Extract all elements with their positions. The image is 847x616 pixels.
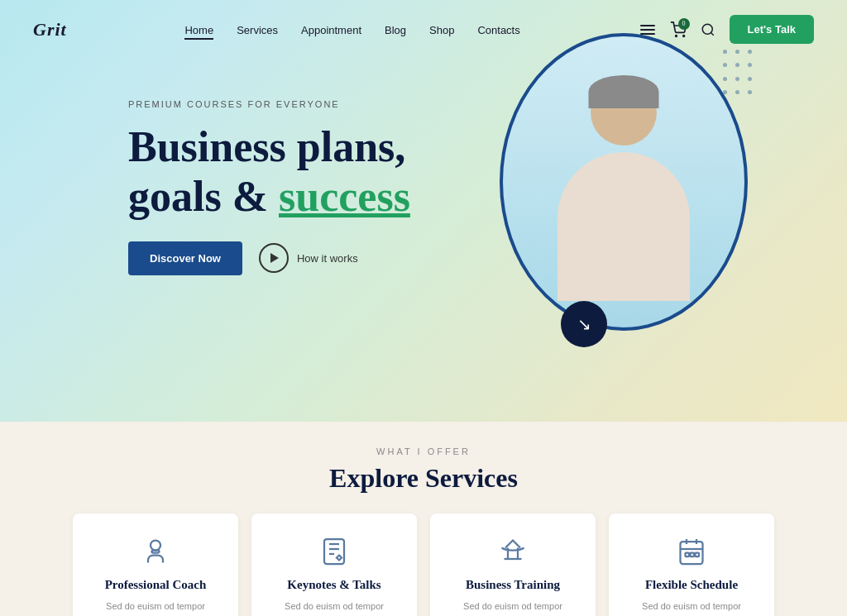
person-hair: [589, 75, 659, 108]
logo: Grit: [33, 19, 67, 41]
training-desc: Sed do euism od tempor: [463, 600, 562, 613]
keynotes-name: Keynotes & Talks: [287, 578, 380, 592]
keynotes-desc: Sed do euism od tempor: [285, 600, 384, 613]
hero-image-area: [500, 33, 748, 331]
play-icon[interactable]: [259, 243, 289, 273]
arrow-circle-button[interactable]: [561, 301, 607, 347]
svg-rect-16: [696, 553, 700, 557]
nav-contacts[interactable]: Contacts: [477, 24, 519, 36]
how-it-works-text: How it works: [297, 252, 358, 265]
nav-right: 0 Let's Talk: [639, 15, 814, 44]
hero-title: Business plans, goals & success: [128, 122, 410, 222]
training-name: Business Training: [466, 578, 560, 592]
schedule-icon: [673, 533, 710, 570]
svg-rect-6: [324, 539, 344, 564]
coach-name: Professional Coach: [105, 578, 207, 592]
hero-buttons: Discover Now How it works: [128, 241, 410, 275]
coach-desc: Sed do euism od tempor: [106, 600, 205, 613]
hero-title-line1: Business plans,: [128, 123, 405, 170]
navbar: Grit Home Services Appointment Blog Shop…: [0, 0, 847, 59]
how-it-works-button[interactable]: How it works: [259, 243, 358, 273]
svg-rect-15: [691, 553, 695, 557]
schedule-name: Flexible Schedule: [645, 578, 738, 592]
service-card-training: Business Training Sed do euism od tempor: [430, 513, 596, 616]
service-card-keynotes: Keynotes & Talks Sed do euism od tempor: [251, 513, 417, 616]
services-label: What I Offer: [376, 446, 471, 456]
svg-line-3: [711, 32, 713, 35]
nav-links: Home Services Appointment Blog Shop Cont…: [184, 22, 519, 37]
schedule-desc: Sed do euism od tempor: [642, 600, 741, 613]
person-head: [591, 79, 657, 146]
person-image: [503, 36, 744, 327]
hamburger-icon[interactable]: [639, 23, 657, 36]
hero-title-highlight: success: [279, 173, 410, 220]
hero-subtitle: Premium Courses for Everyone: [128, 99, 410, 109]
nav-services[interactable]: Services: [237, 24, 278, 36]
nav-appointment[interactable]: Appointment: [301, 24, 361, 36]
svg-point-4: [151, 541, 160, 551]
nav-blog[interactable]: Blog: [385, 24, 406, 36]
nav-home[interactable]: Home: [184, 24, 213, 40]
coach-icon: [137, 533, 174, 570]
services-title: Explore Services: [329, 463, 518, 494]
person-figure: [524, 63, 723, 327]
cart-badge: 0: [678, 18, 690, 30]
nav-shop[interactable]: Shop: [429, 24, 454, 36]
hero-content: Premium Courses for Everyone Business pl…: [128, 99, 410, 275]
hero-portrait: [500, 33, 748, 331]
lets-talk-button[interactable]: Let's Talk: [730, 15, 814, 44]
svg-rect-5: [152, 551, 160, 553]
training-icon: [495, 533, 531, 570]
svg-point-1: [682, 35, 684, 36]
hero-section: Grit Home Services Appointment Blog Shop…: [0, 0, 847, 422]
discover-now-button[interactable]: Discover Now: [128, 241, 242, 275]
keynotes-icon: [316, 533, 352, 570]
service-card-coach: Professional Coach Sed do euism od tempo…: [73, 513, 238, 616]
services-cards: Professional Coach Sed do euism od tempo…: [33, 513, 814, 616]
service-card-schedule: Flexible Schedule Sed do euism od tempor: [609, 513, 774, 616]
cart-icon[interactable]: 0: [670, 21, 687, 38]
search-icon[interactable]: [700, 21, 716, 38]
person-body: [557, 152, 690, 301]
svg-point-2: [702, 24, 712, 34]
svg-point-0: [675, 35, 677, 36]
svg-rect-14: [686, 553, 690, 557]
hero-title-line2: goals &: [128, 173, 268, 220]
services-section: What I Offer Explore Services Profession…: [0, 422, 847, 616]
